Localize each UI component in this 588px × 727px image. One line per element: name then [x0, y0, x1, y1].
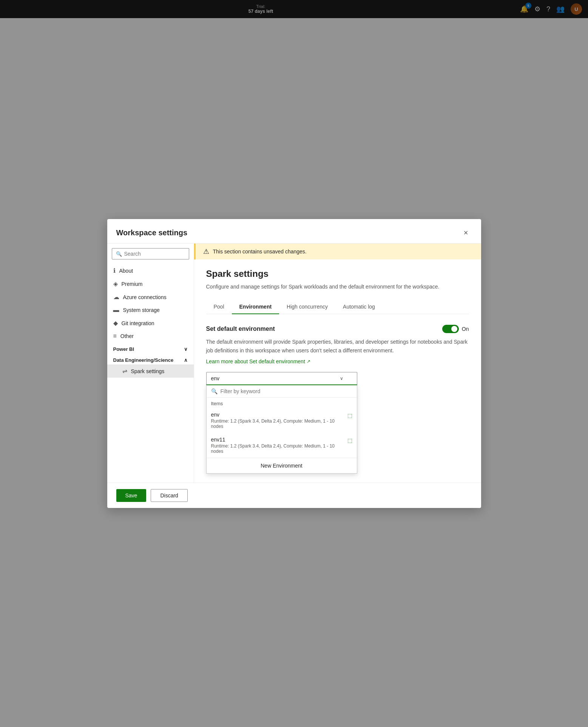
dialog-overlay: Workspace settings × 🔍 ℹ About ◈ Premium — [0, 0, 588, 18]
